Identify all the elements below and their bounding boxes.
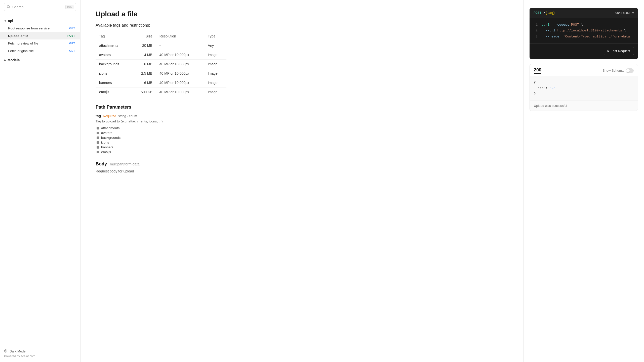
table-cell-resolution: 40 MP or 10,000px <box>156 87 204 97</box>
nav-group-models[interactable]: ▶ Models <box>0 57 80 64</box>
test-request-label: Test Request <box>611 49 630 53</box>
param-tag-row: tagRequiredstring · enum Tag to upload t… <box>96 114 508 154</box>
list-item: emojis <box>97 150 508 154</box>
body-label: Body <box>96 161 107 166</box>
sidebar-item-upload-file[interactable]: Upload a file POST <box>0 32 80 39</box>
response-code-container: 200 <box>534 67 541 74</box>
page-title: Upload a file <box>96 10 508 18</box>
param-type: string · enum <box>118 114 137 118</box>
table-row: banners6 MB40 MP or 10,000pxImage <box>96 78 226 87</box>
code-text: --url http://localhost:3100/attachments … <box>542 28 626 33</box>
nav-item-label: Upload a file <box>8 34 28 38</box>
code-block: POST /{tag} Shell cURL ▾ 1 curl --reques… <box>530 8 638 59</box>
nav-item-label: Root response from service <box>8 26 50 30</box>
response-code: 200 <box>534 67 541 73</box>
table-cell-size: 20 MB <box>131 41 156 50</box>
play-icon: ▶ <box>608 50 610 52</box>
sidebar-item-root-response[interactable]: Root response from service GET <box>0 24 80 32</box>
test-request-button[interactable]: ▶ Test Request <box>604 47 634 55</box>
sidebar: ⌘K ▼ api Root response from service GET … <box>0 0 80 362</box>
nav-footer: Dark Mode Powered by scalar.com <box>0 345 80 362</box>
response-block: 200 Show Schema { "id": "…" } Upload was… <box>530 64 638 111</box>
table-row: attachments20 MB-Any <box>96 41 226 50</box>
code-line-3: 3 --header 'Content-Type: multipart/form… <box>534 34 634 39</box>
method-badge-get: GET <box>68 49 76 53</box>
line-num: 2 <box>534 28 538 33</box>
search-shortcut: ⌘K <box>65 5 73 9</box>
code-line-2: 2 --url http://localhost:3100/attachment… <box>534 28 634 33</box>
enum-value: icons <box>101 141 109 144</box>
table-row: avatars4 MB40 MP or 10,000pxImage <box>96 50 226 60</box>
nav-item-label: Fetch preview of file <box>8 41 38 45</box>
svg-point-3 <box>5 350 6 351</box>
code-text: --header 'Content-Type: multipart/form-d… <box>542 34 632 39</box>
param-description: Tag to upload to (e.g. attachments, icon… <box>96 119 508 123</box>
shell-selector[interactable]: Shell cURL ▾ <box>615 11 634 15</box>
table-cell-size: 2.5 MB <box>131 69 156 78</box>
body-type: multipart/form-data <box>110 162 139 166</box>
path-params-header: Path Parameters <box>96 105 508 110</box>
param-name: tag <box>96 114 101 118</box>
col-header-type: Type <box>204 32 226 41</box>
enum-bullet <box>97 127 99 129</box>
line-num: 3 <box>534 34 538 39</box>
dark-mode-icon <box>4 349 8 353</box>
nav-group-api[interactable]: ▼ api <box>0 17 80 24</box>
body-section: Bodymultipart/form-data Request body for… <box>96 161 508 173</box>
tags-table: Tag Size Resolution Type attachments20 M… <box>96 32 226 97</box>
table-cell-type: Image <box>204 78 226 87</box>
nav-item-label: Fetch original file <box>8 49 34 53</box>
table-cell-size: 4 MB <box>131 50 156 60</box>
right-panel: POST /{tag} Shell cURL ▾ 1 curl --reques… <box>523 0 644 362</box>
method-badge-post: POST <box>66 34 76 38</box>
enum-bullet <box>97 137 99 139</box>
chevron-down-icon: ▼ <box>4 20 7 22</box>
search-input[interactable] <box>12 5 63 9</box>
dark-mode-toggle[interactable]: Dark Mode <box>4 349 76 353</box>
code-body: 1 curl --request POST \ 2 --url http://l… <box>530 18 638 43</box>
table-row: icons2.5 MB40 MP or 10,000pxImage <box>96 69 226 78</box>
enum-bullet <box>97 146 99 149</box>
enum-value: backgrounds <box>101 136 120 140</box>
table-cell-type: Image <box>204 50 226 60</box>
col-header-tag: Tag <box>96 32 131 41</box>
table-cell-type: Image <box>204 87 226 97</box>
table-cell-tag: icons <box>96 69 131 78</box>
enum-list: attachmentsavatarsbackgroundsiconsbanner… <box>96 126 508 154</box>
enum-value: avatars <box>101 131 112 135</box>
table-cell-type: Image <box>204 60 226 69</box>
shell-selector-label: Shell cURL <box>615 11 631 15</box>
table-cell-tag: backgrounds <box>96 60 131 69</box>
code-line-1: 1 curl --request POST \ <box>534 22 634 28</box>
show-schema[interactable]: Show Schema <box>602 68 634 73</box>
search-box[interactable]: ⌘K <box>4 3 76 11</box>
method-badge-get: GET <box>68 41 76 45</box>
table-cell-type: Image <box>204 69 226 78</box>
table-cell-resolution: 40 MP or 10,000px <box>156 60 204 69</box>
table-row: emojis500 KB40 MP or 10,000pxImage <box>96 87 226 97</box>
table-cell-tag: banners <box>96 78 131 87</box>
main-content: Upload a file Available tags and restric… <box>80 0 523 362</box>
sidebar-item-fetch-preview[interactable]: Fetch preview of file GET <box>0 39 80 47</box>
table-cell-tag: attachments <box>96 41 131 50</box>
table-cell-resolution: 40 MP or 10,000px <box>156 69 204 78</box>
response-description: Upload was successful <box>530 101 638 111</box>
nav-section: ▼ api Root response from service GET Upl… <box>0 14 80 345</box>
method-badge-get: GET <box>68 26 76 30</box>
chevron-right-icon: ▶ <box>4 59 6 62</box>
list-item: backgrounds <box>97 135 508 140</box>
table-cell-size: 6 MB <box>131 78 156 87</box>
sidebar-item-fetch-original[interactable]: Fetch original file GET <box>0 47 80 55</box>
enum-value: banners <box>101 145 113 149</box>
table-cell-type: Any <box>204 41 226 50</box>
code-text: curl --request POST \ <box>542 22 583 28</box>
nav-group-label: api <box>8 19 13 23</box>
endpoint-label: POST /{tag} <box>534 11 555 15</box>
tags-subtitle: Available tags and restrictions: <box>96 23 508 28</box>
list-item: icons <box>97 140 508 145</box>
endpoint-path: /{tag} <box>543 11 555 15</box>
table-cell-resolution: - <box>156 41 204 50</box>
col-header-resolution: Resolution <box>156 32 204 41</box>
schema-toggle[interactable] <box>626 68 634 73</box>
response-header: 200 Show Schema <box>530 64 638 76</box>
